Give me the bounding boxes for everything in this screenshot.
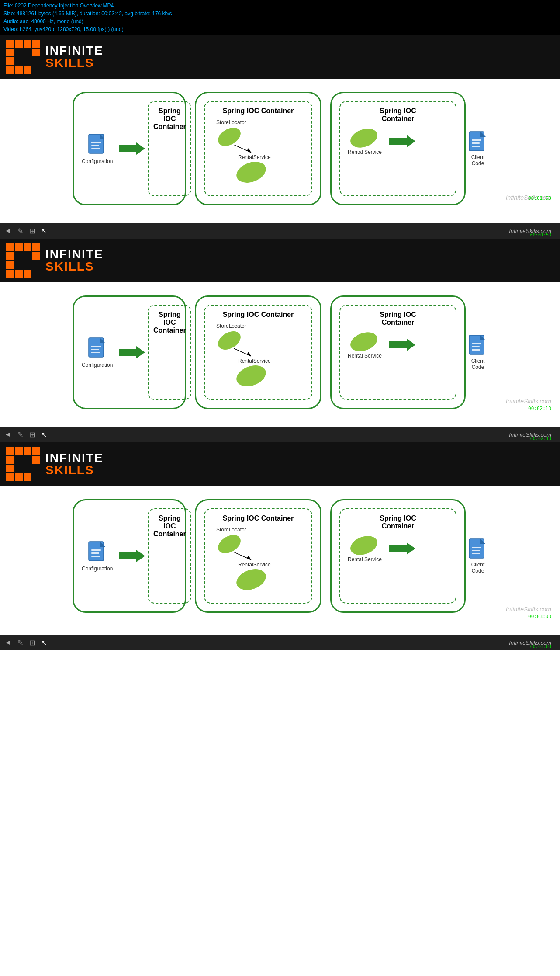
logo-infinite-1: INFINITE: [45, 45, 104, 57]
green-arrow-2-1: [119, 344, 145, 360]
inner-title-1-3: Spring IOCContainer: [380, 107, 416, 123]
rental-bean-label-1-2: RentalService: [238, 154, 271, 160]
bean-arrow-1-2: [234, 145, 256, 153]
svg-rect-21: [91, 352, 100, 353]
grid-icon-1[interactable]: ⊞: [29, 227, 35, 235]
rental-service-bean-1-3: [347, 127, 382, 149]
client-code-wrap-2: ClientCode: [468, 334, 487, 370]
green-arrow-3-1: [119, 548, 145, 564]
rental-row-3-3: Rental Service: [347, 535, 449, 563]
config-doc-icon-1: [88, 133, 107, 157]
diagram-section-3: Configuration Spring IOCContainer Spring…: [0, 486, 560, 635]
svg-rect-16: [472, 146, 480, 147]
logo-text-2: INFINITE SKILLS: [45, 248, 104, 273]
timestamp-3: 00:03:03: [528, 614, 551, 619]
svg-marker-22: [119, 346, 145, 358]
back-icon-3[interactable]: ◄: [4, 639, 11, 646]
svg-point-9: [234, 161, 269, 183]
edit-icon-3[interactable]: ✎: [17, 639, 23, 647]
cursor-icon-2[interactable]: ↖: [41, 431, 47, 439]
svg-point-43: [234, 569, 269, 590]
svg-rect-19: [91, 346, 101, 347]
green-arrow-2-3: [389, 337, 415, 353]
svg-point-23: [216, 331, 244, 351]
rental-label-2-2: RentalService: [238, 358, 271, 364]
svg-marker-5: [119, 142, 145, 155]
outer-box-2-2: Spring IOC Container StoreLocator Rental…: [195, 295, 321, 409]
bean-arrow-3-2: [234, 552, 256, 561]
svg-point-40: [216, 535, 244, 554]
back-icon-1[interactable]: ◄: [4, 227, 11, 235]
doc-icon-wrap-3: Configuration: [82, 541, 113, 572]
rental-row-2-3: Rental Service: [347, 331, 449, 359]
inner-box-2-2: Spring IOC Container StoreLocator Rental…: [204, 305, 312, 400]
store-label-3-2: StoreLocator: [216, 527, 246, 533]
svg-rect-31: [472, 343, 481, 344]
rental-bean-2-2: [234, 365, 273, 387]
inner-box-1-2: Spring IOC Container StoreLocator Rental…: [204, 101, 312, 196]
doc-icon-wrap-2: Configuration: [82, 337, 113, 368]
grid-icon-2[interactable]: ⊞: [29, 431, 35, 439]
rental-label-3-2: RentalService: [238, 562, 271, 568]
outer-box-2-1: Configuration Spring IOCContainer: [73, 295, 186, 409]
logo-text-1: INFINITE SKILLS: [45, 45, 104, 69]
svg-marker-39: [119, 550, 145, 562]
logo-text-3: INFINITE SKILLS: [45, 452, 104, 476]
store-bean-1-2: [216, 127, 251, 147]
store-label-2-2: StoreLocator: [216, 323, 246, 329]
diagram-row-2: Configuration Spring IOCContainer Spring…: [9, 295, 551, 409]
client-code-label-3: ClientCode: [471, 562, 485, 574]
rental-service-bean-2-3: [347, 331, 382, 353]
cursor-icon-3[interactable]: ↖: [41, 639, 47, 647]
rental-service-label-3-3: Rental Service: [348, 556, 382, 563]
logo-skills-2: SKILLS: [45, 260, 104, 273]
logo-grid-1: [6, 40, 40, 74]
file-info-line1: File: 0202 Dependency Injection Overview…: [3, 2, 557, 10]
controls-bar-2: ◄ ✎ ⊞ ↖ InfiniteSkills.com 00:02:13: [0, 427, 560, 442]
inner-box-2-3: Spring IOCContainer Rental Service: [339, 305, 456, 400]
svg-point-6: [216, 127, 244, 147]
inner-title-3-2: Spring IOC Container: [223, 514, 294, 522]
svg-point-44: [348, 535, 380, 556]
client-doc-icon-3: [468, 538, 487, 562]
rental-row-1-3: Rental Service: [347, 127, 449, 155]
rental-bean-3-2: [234, 569, 273, 590]
outer-box-1-1: Configuration Spring IOCContainer: [73, 92, 186, 205]
rental-service-bean-3-3: [347, 535, 382, 556]
rental-service-wrap-2-3: Rental Service: [347, 331, 382, 359]
cursor-icon-1[interactable]: ↖: [41, 227, 47, 235]
diagram-row-3: Configuration Spring IOCContainer Spring…: [9, 499, 551, 613]
outer-box-3-3: Spring IOCContainer Rental Service: [330, 499, 466, 613]
diagram-section-1: Configuration Spring IOCContainer Spring…: [0, 79, 560, 223]
logo-skills-3: SKILLS: [45, 464, 104, 476]
box3-wrapper-3: Spring IOCContainer Rental Service: [330, 499, 487, 613]
edit-icon-2[interactable]: ✎: [17, 431, 23, 439]
rental-service-label-1-3: Rental Service: [348, 149, 382, 155]
controls-bar-3: ◄ ✎ ⊞ ↖ InfiniteSkills.com 00:03:03: [0, 635, 560, 650]
box3-wrapper-2: Spring IOCContainer Rental Service: [330, 295, 487, 409]
beans-3-2: StoreLocator RentalService: [212, 527, 304, 590]
back-icon-2[interactable]: ◄: [4, 431, 11, 438]
logo-infinite-3: INFINITE: [45, 452, 104, 464]
green-arrow-1-1: [119, 141, 145, 156]
green-arrow-3-3: [389, 541, 415, 556]
timestamp-2: 00:02:13: [528, 406, 551, 411]
config-label-2: Configuration: [82, 362, 113, 368]
svg-rect-33: [472, 349, 480, 351]
config-label-1: Configuration: [82, 158, 113, 164]
rental-service-wrap-3-3: Rental Service: [347, 535, 382, 563]
inner-title-2-2: Spring IOC Container: [223, 311, 294, 319]
svg-point-27: [348, 331, 380, 353]
grid-icon-3[interactable]: ⊞: [29, 639, 35, 647]
outer-box-3-1: Configuration Spring IOCContainer: [73, 499, 186, 613]
config-doc-icon-2: [88, 337, 107, 361]
edit-icon-1[interactable]: ✎: [17, 227, 23, 235]
svg-rect-20: [91, 349, 99, 350]
config-container-2: Configuration Spring IOCContainer: [82, 305, 177, 400]
logo-grid-3: [6, 447, 40, 481]
svg-rect-14: [472, 139, 481, 141]
watermark-2: InfiniteSkills.com: [506, 398, 551, 405]
outer-box-1-3: Spring IOCContainer Rental Service: [330, 92, 466, 205]
inner-box-2-1: Spring IOCContainer: [148, 305, 191, 400]
inner-box-3-2: Spring IOC Container StoreLocator Rental…: [204, 508, 312, 604]
